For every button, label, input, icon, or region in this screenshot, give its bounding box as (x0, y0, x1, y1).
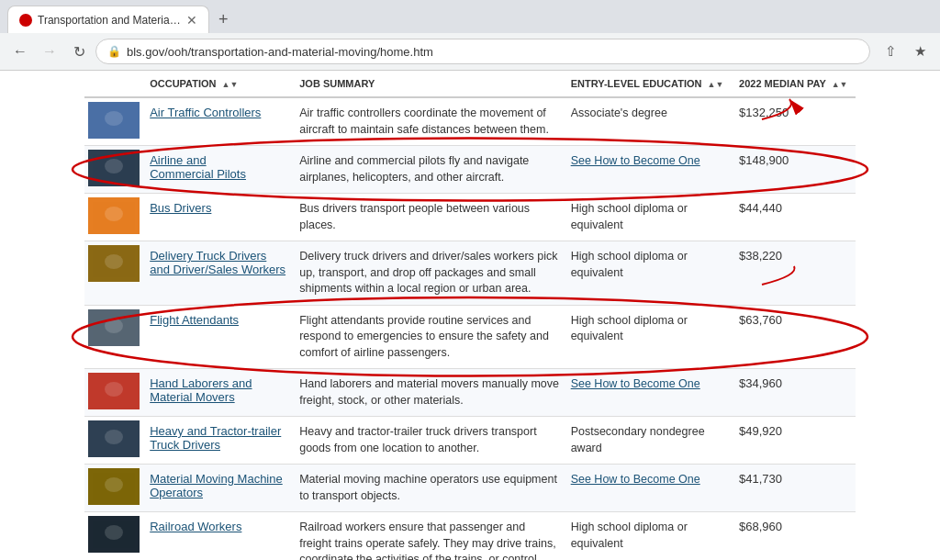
occupation-link[interactable]: Hand Laborers and Material Movers (150, 376, 252, 404)
occupation-link[interactable]: Airline andCommercial Pilots (150, 153, 246, 181)
occupation-image-cell (84, 305, 144, 369)
occupation-cell: Hand Laborers and Material Movers (144, 369, 294, 417)
occupation-link[interactable]: Air Traffic Controllers (150, 106, 261, 119)
svg-point-18 (105, 382, 123, 397)
svg-point-21 (105, 430, 123, 444)
nav-right-icons: ⇧ ★ (878, 39, 933, 64)
occupation-image-cell (84, 97, 144, 146)
occupation-cell: Airline andCommercial Pilots (144, 146, 294, 194)
education-cell: Associate's degree (565, 97, 733, 146)
svg-point-15 (105, 319, 123, 333)
occupation-image (88, 150, 140, 186)
summary-cell: Heavy and tractor-trailer truck drivers … (294, 417, 565, 465)
table-row: Hand Laborers and Material MoversHand la… (84, 369, 856, 417)
table-row: Bus DriversBus drivers transport people … (84, 194, 856, 241)
share-button[interactable]: ⇧ (878, 39, 903, 64)
col-header-education[interactable]: ENTRY-LEVEL EDUCATION ▲▼ (565, 71, 733, 97)
occupations-table: OCCUPATION ▲▼ JOB SUMMARY ENTRY-LEVEL ED… (84, 71, 856, 560)
occupation-image-cell (84, 417, 144, 465)
occupation-image (88, 420, 140, 457)
svg-point-24 (105, 477, 123, 492)
pay-cell: $132,250 (733, 97, 856, 146)
occupation-link[interactable]: Flight Attendants (150, 313, 239, 327)
education-cell: See How to Become One (565, 465, 733, 512)
summary-cell: Air traffic controllers coordinate the m… (294, 97, 565, 146)
pay-cell: $38,220 (733, 241, 856, 306)
bookmark-button[interactable]: ★ (907, 39, 933, 64)
table-row: Material Moving Machine OperatorsMateria… (84, 465, 856, 512)
occupation-image-cell (84, 512, 144, 561)
summary-cell: Hand laborers and material movers manual… (294, 369, 565, 417)
occupation-image (88, 373, 140, 409)
table-row: Air Traffic ControllersAir traffic contr… (84, 97, 856, 146)
summary-cell: Material moving machine operators use eq… (294, 465, 565, 512)
occupation-link[interactable]: Material Moving Machine Operators (150, 472, 283, 499)
occupation-image-cell (84, 369, 144, 417)
pay-sort-icon[interactable]: ▲▼ (832, 80, 848, 89)
summary-cell: Delivery truck drivers and driver/sales … (294, 241, 565, 306)
pay-cell: $148,900 (733, 146, 856, 194)
table-row: Delivery Truck Drivers and Driver/Sales … (84, 241, 856, 306)
tab-bar: Transportation and Material Mo... ✕ + (0, 0, 940, 33)
education-cell: See How to Become One (565, 146, 733, 194)
svg-point-12 (105, 254, 123, 269)
forward-button[interactable]: → (37, 39, 62, 64)
education-cell: High school diploma or equivalent (565, 241, 733, 306)
occupation-cell: Railroad Workers (144, 512, 294, 561)
education-cell: High school diploma or equivalent (565, 305, 733, 369)
occupation-sort-icon[interactable]: ▲▼ (222, 80, 239, 89)
occupation-image (88, 516, 140, 553)
table-container: OCCUPATION ▲▼ JOB SUMMARY ENTRY-LEVEL ED… (75, 71, 865, 560)
summary-cell: Airline and commercial pilots fly and na… (294, 146, 565, 194)
address-bar[interactable]: 🔒 bls.gov/ooh/transportation-and-materia… (95, 39, 870, 64)
tab-title: Transportation and Material Mo... (38, 14, 181, 27)
new-tab-button[interactable]: + (213, 10, 234, 29)
education-sort-icon[interactable]: ▲▼ (708, 80, 724, 89)
col-header-pay[interactable]: 2022 MEDIAN PAY ▲▼ (733, 71, 856, 97)
pay-cell: $68,960 (733, 512, 856, 561)
occupation-cell: Delivery Truck Drivers and Driver/Sales … (144, 241, 294, 306)
pay-cell: $49,920 (733, 417, 856, 465)
summary-cell: Railroad workers ensure that passenger a… (294, 512, 565, 561)
url-text: bls.gov/ooh/transportation-and-material-… (127, 45, 858, 59)
back-button[interactable]: ← (7, 39, 33, 64)
education-cell: See How to Become One (565, 369, 733, 417)
pay-cell: $44,440 (733, 194, 856, 241)
occupation-cell: Flight Attendants (144, 305, 294, 369)
occupation-image (88, 102, 140, 139)
summary-cell: Bus drivers transport people between var… (294, 194, 565, 241)
occupation-link[interactable]: Railroad Workers (150, 520, 241, 533)
col-header-summary: JOB SUMMARY (294, 71, 565, 97)
occupation-image (88, 245, 140, 282)
svg-point-27 (105, 525, 123, 540)
tab-favicon (19, 14, 32, 27)
reload-button[interactable]: ↻ (66, 39, 92, 64)
table-header-row: OCCUPATION ▲▼ JOB SUMMARY ENTRY-LEVEL ED… (84, 71, 856, 97)
occupation-link[interactable]: Heavy and Tractor-trailer Truck Drivers (150, 424, 281, 452)
active-tab[interactable]: Transportation and Material Mo... ✕ (7, 6, 209, 33)
lock-icon: 🔒 (107, 45, 121, 58)
education-link[interactable]: See How to Become One (571, 473, 700, 486)
occupation-link[interactable]: Delivery Truck Drivers and Driver/Sales … (150, 249, 285, 276)
pay-cell: $34,960 (733, 369, 856, 417)
occupation-image (88, 309, 140, 346)
page-content: OCCUPATION ▲▼ JOB SUMMARY ENTRY-LEVEL ED… (0, 71, 940, 560)
svg-point-3 (105, 111, 123, 126)
svg-point-9 (105, 207, 123, 221)
occupation-image-cell (84, 194, 144, 241)
occupation-cell: Bus Drivers (144, 194, 294, 241)
pay-cell: $63,760 (733, 305, 856, 369)
education-link[interactable]: See How to Become One (571, 154, 700, 167)
education-cell: Postsecondary nondegree award (565, 417, 733, 465)
table-row: Airline andCommercial PilotsAirline and … (84, 146, 856, 194)
occupation-cell: Heavy and Tractor-trailer Truck Drivers (144, 417, 294, 465)
education-link[interactable]: See How to Become One (571, 377, 700, 390)
tab-close-button[interactable]: ✕ (186, 13, 197, 28)
col-header-occupation[interactable]: OCCUPATION ▲▼ (144, 71, 294, 97)
occupation-image (88, 468, 140, 505)
occupation-link[interactable]: Bus Drivers (150, 201, 211, 215)
svg-point-6 (105, 159, 123, 174)
occupation-cell: Air Traffic Controllers (144, 97, 294, 146)
occupation-image-cell (84, 146, 144, 194)
browser-chrome: Transportation and Material Mo... ✕ + ← … (0, 0, 940, 71)
